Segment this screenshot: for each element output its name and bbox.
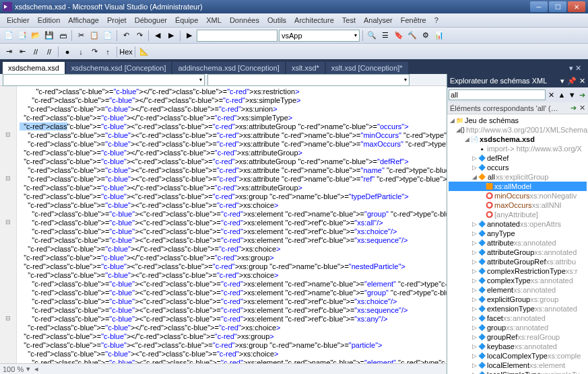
code-line[interactable]: "c-red">class"c-blue">="c-blue"></"c-red… xyxy=(20,87,447,96)
code-line[interactable]: "c-red">class"c-blue">="c-blue"><"c-red"… xyxy=(20,122,447,131)
tree-node[interactable]: ▷🔷complexType xs:annotated xyxy=(449,276,587,285)
menu-test[interactable]: Test xyxy=(338,15,360,26)
undo-icon[interactable]: ↶ xyxy=(120,30,132,42)
comment-out-icon[interactable]: // xyxy=(30,46,42,58)
tree-node[interactable]: ▷🔷facet xs:annotated xyxy=(449,313,587,323)
break-icon[interactable]: ● xyxy=(61,46,73,58)
scope-combo[interactable]: ▾ xyxy=(3,74,205,86)
tool2-icon[interactable]: 📊 xyxy=(433,30,445,42)
save-icon[interactable]: 💾 xyxy=(43,30,55,42)
code-line[interactable]: "c-red">class"c-blue">="c-blue"><"c-red"… xyxy=(20,350,447,359)
schema-tree[interactable]: ◢📁Jeu de schémas◢{}http://www.w3.org/200… xyxy=(447,114,588,374)
menu-xml[interactable]: XML xyxy=(202,15,226,26)
tree-node[interactable]: ▷🔷keybase xs:annotated xyxy=(449,342,587,351)
add-item-icon[interactable]: 📑 xyxy=(16,30,28,42)
code-line[interactable]: "c-red">class"c-blue">="c-blue"><"c-red"… xyxy=(20,289,447,297)
tree-node[interactable]: ▷🔷group xs:annotated xyxy=(449,323,587,332)
tree-node[interactable]: ⭕maxOccurs xs:allNNI xyxy=(449,200,587,210)
copy-icon[interactable]: 📋 xyxy=(88,30,100,42)
nav-back-icon[interactable]: ◀ xyxy=(152,30,164,42)
doc-tab[interactable]: addinschema.xsd [Conception] xyxy=(172,62,284,74)
menu-eichier[interactable]: Eichier xyxy=(3,15,34,26)
uncomment-icon[interactable]: // xyxy=(43,46,55,58)
config-combo[interactable] xyxy=(197,30,277,42)
maximize-button[interactable]: ☐ xyxy=(549,1,566,12)
doc-tab[interactable]: xslt.xsd* xyxy=(286,62,325,74)
code-line[interactable]: "c-red">class"c-blue">="c-blue"></"c-red… xyxy=(20,324,447,332)
tree-node[interactable]: ▷🔷anyType xyxy=(449,229,587,238)
code-line[interactable]: "c-red">class"c-blue">="c-blue"><"c-red"… xyxy=(20,306,447,315)
menu-?[interactable]: ? xyxy=(430,15,443,26)
code-line[interactable]: "c-red">class"c-blue">="c-blue"><"c-red"… xyxy=(20,280,447,289)
tree-node[interactable]: ▷🔷extensionType xs:annotated xyxy=(449,304,587,313)
code-line[interactable]: "c-red">class"c-blue">="c-blue"><"c-red"… xyxy=(20,227,447,236)
code-line[interactable]: "c-red">class"c-blue">="c-blue"></"c-red… xyxy=(20,114,447,122)
code-line[interactable]: "c-red">class"c-blue">="c-blue"></"c-red… xyxy=(20,105,447,114)
minimize-button[interactable]: ─ xyxy=(530,1,548,12)
menu-affichage[interactable]: Affichage xyxy=(64,15,103,26)
cut-icon[interactable]: ✂ xyxy=(75,30,87,42)
search-clear-icon[interactable]: ✕ xyxy=(547,89,556,100)
search-prev-icon[interactable]: ▲ xyxy=(557,89,566,100)
tree-node[interactable]: ▷🔷annotated xs:openAttrs xyxy=(449,219,587,229)
step-out-icon[interactable]: ↑ xyxy=(102,46,114,58)
code-editor[interactable]: ⊟⊟⊟⊟⊟ "c-red">class"c-blue">="c-blue"></… xyxy=(0,86,447,363)
code-line[interactable]: "c-red">class"c-blue">="c-blue"><"c-red"… xyxy=(20,341,447,350)
tree-node[interactable]: 🟧xs:allModel xyxy=(449,182,587,191)
tree-node[interactable]: ▷🔷defRef xyxy=(449,153,587,163)
xml-tool-icon[interactable]: 📐 xyxy=(138,46,150,58)
menu-analyser[interactable]: Analyser xyxy=(360,15,397,26)
code-line[interactable]: "c-red">class"c-blue">="c-blue"><"c-red"… xyxy=(20,131,447,140)
open-icon[interactable]: 📂 xyxy=(30,30,42,42)
crumb-close-icon[interactable]: ✕ xyxy=(579,104,585,112)
menu-données[interactable]: Données xyxy=(226,15,263,26)
search-input[interactable] xyxy=(449,89,546,100)
code-line[interactable]: "c-red">class"c-blue">="c-blue"><"c-red"… xyxy=(20,210,447,219)
code-line[interactable]: "c-red">class"c-blue">="c-blue"><"c-red"… xyxy=(20,359,447,363)
close-button[interactable]: ✕ xyxy=(568,1,585,12)
doc-tab[interactable]: xsdschema.xsd xyxy=(3,62,65,74)
indent-icon[interactable]: ⇥ xyxy=(3,46,15,58)
code-line[interactable]: "c-red">class"c-blue">="c-blue"><"c-red"… xyxy=(20,271,447,280)
tree-node[interactable]: ◢{}http://www.w3.org/2001/XMLSchema xyxy=(449,125,587,135)
menu-edition[interactable]: Edition xyxy=(34,15,65,26)
tree-node[interactable]: ▷🔷explicitGroup xs:group xyxy=(449,295,587,304)
code-line[interactable]: "c-red">class"c-blue">="c-blue"></"c-red… xyxy=(20,149,447,157)
step-icon[interactable]: ↓ xyxy=(75,46,87,58)
start-icon[interactable]: ▶ xyxy=(183,30,195,42)
code-line[interactable]: "c-red">class"c-blue">="c-blue"><"c-red"… xyxy=(20,297,447,306)
code-line[interactable]: "c-red">class"c-blue">="c-blue"></"c-red… xyxy=(20,254,447,262)
tree-node[interactable]: ▷🔷occurs xyxy=(449,163,587,172)
tabs-dropdown-icon[interactable]: ▾ ✕ xyxy=(565,63,585,74)
tree-node[interactable]: ▷🔷groupRef xs:realGroup xyxy=(449,332,587,342)
tool-icon[interactable]: ⚙ xyxy=(420,30,432,42)
tree-node[interactable]: ▷🔷complexRestrictionType xs:r xyxy=(449,266,587,276)
new-project-icon[interactable]: 📄 xyxy=(3,30,15,42)
code-line[interactable]: "c-red">class"c-blue">="c-blue"><"c-red"… xyxy=(20,157,447,166)
code-line[interactable]: "c-red">class"c-blue">="c-blue"><"c-red"… xyxy=(20,236,447,245)
code-line[interactable]: "c-red">class"c-blue">="c-blue"><"c-red"… xyxy=(20,262,447,271)
code-line[interactable]: "c-red">class"c-blue">="c-blue"><"c-red"… xyxy=(20,219,447,227)
zoom-dropdown-icon[interactable]: ▾ xyxy=(26,365,30,373)
tree-node[interactable]: ⭕[anyAttribute] xyxy=(449,210,587,219)
tree-node[interactable]: ▷🔷attribute xs:annotated xyxy=(449,238,587,248)
menu-fenêtre[interactable]: Fenêtre xyxy=(397,15,430,26)
panel-dropdown-icon[interactable]: ▾ xyxy=(560,77,564,85)
hex-icon[interactable]: Hex xyxy=(120,46,132,58)
code-line[interactable]: "c-red">class"c-blue">="c-blue"><"c-red"… xyxy=(20,166,447,175)
search-next-icon[interactable]: ▼ xyxy=(568,89,577,100)
paste-icon[interactable]: 📄 xyxy=(102,30,114,42)
code-line[interactable]: "c-red">class"c-blue">="c-blue"></"c-red… xyxy=(20,184,447,192)
code-line[interactable]: "c-red">class"c-blue">="c-blue"><"c-red"… xyxy=(20,140,447,149)
tree-node[interactable]: ▷🔷localSimpleType xs:simpleTy xyxy=(449,370,587,374)
tree-node[interactable]: ▷🔷attributeGroupRef xs:attribu xyxy=(449,257,587,266)
menu-projet[interactable]: Projet xyxy=(103,15,131,26)
comment-icon[interactable]: ☰ xyxy=(379,30,391,42)
build-icon[interactable]: 🔨 xyxy=(406,30,418,42)
code-line[interactable]: "c-red">class"c-blue">="c-blue"><"c-red"… xyxy=(20,201,447,210)
code-line[interactable]: "c-red">class"c-blue">="c-blue"><"c-red"… xyxy=(20,192,447,201)
menu-outils[interactable]: Outils xyxy=(263,15,290,26)
tree-node[interactable]: ▷🔷element xs:annotated xyxy=(449,285,587,295)
menu-architecture[interactable]: Architecture xyxy=(290,15,338,26)
doc-tab[interactable]: xsdschema.xsd [Conception] xyxy=(66,62,172,74)
